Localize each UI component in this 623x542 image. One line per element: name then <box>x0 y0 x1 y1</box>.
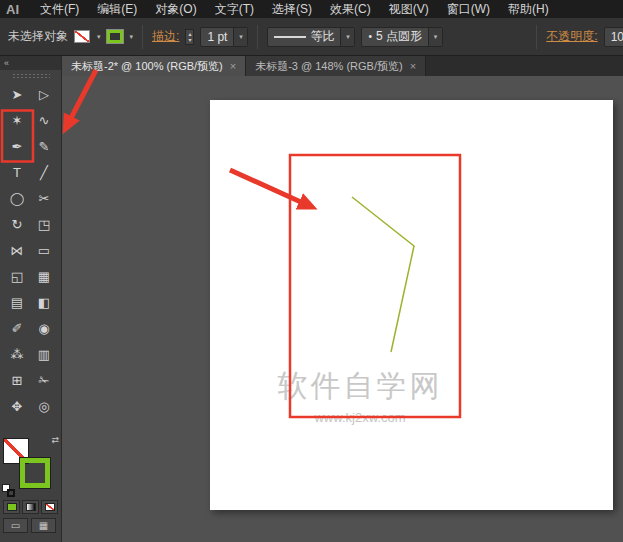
fill-color-swatch[interactable] <box>74 30 90 43</box>
opacity-group: 不透明度: 10 <box>533 25 623 49</box>
perspective-grid-tool[interactable]: ▦ <box>31 263 58 289</box>
menu-list: 文件(F)编辑(E)对象(O)文字(T)选择(S)效果(C)视图(V)窗口(W)… <box>31 0 558 18</box>
tab-untitled-3[interactable]: 未标题-3 @ 148% (RGB/预览) × <box>246 56 426 76</box>
shape-builder-tool[interactable]: ◱ <box>4 263 31 289</box>
stroke-profile-preview <box>274 36 306 38</box>
draw-mode-button[interactable]: ▭ <box>3 518 28 533</box>
scale-tool[interactable]: ◳ <box>31 211 58 237</box>
menu-view[interactable]: 视图(V) <box>380 1 438 18</box>
color-mode-row <box>3 500 58 514</box>
stroke-panel-link[interactable]: 描边: <box>152 28 179 45</box>
type-tool[interactable]: T <box>4 159 31 185</box>
color-preview <box>7 503 17 511</box>
panel-grip[interactable] <box>12 73 50 79</box>
artboard-tool[interactable]: ⊞ <box>4 367 31 393</box>
rotate-tool[interactable]: ↻ <box>4 211 31 237</box>
pen-tool[interactable]: ✒ <box>4 133 31 159</box>
tab-untitled-2[interactable]: 未标题-2* @ 100% (RGB/预览) × <box>62 56 246 76</box>
lasso-tool[interactable]: ∿ <box>31 107 58 133</box>
tab-strip: 未标题-2* @ 100% (RGB/预览) × 未标题-3 @ 148% (R… <box>62 56 623 76</box>
scissors-tool[interactable]: ✂ <box>31 185 58 211</box>
none-preview <box>45 503 55 511</box>
control-bar: 未选择对象 ▾ ▾ 描边: ▴ ▾ 1 pt ▾ 等比 ▾ • 5 点圆形 <box>0 18 623 56</box>
column-graph-tool[interactable]: ▥ <box>31 341 58 367</box>
direct-selection-tool[interactable]: ▷ <box>31 81 58 107</box>
stroke-width-value: 1 pt <box>201 30 233 44</box>
menu-object[interactable]: 对象(O) <box>146 1 205 18</box>
chevron-down-icon[interactable]: ▾ <box>340 28 354 46</box>
opacity-panel-link[interactable]: 不透明度: <box>546 28 597 45</box>
gradient-tool[interactable]: ◧ <box>31 289 58 315</box>
panel-collapse-button[interactable]: « <box>0 56 61 70</box>
menu-select[interactable]: 选择(S) <box>263 1 321 18</box>
brush-preview-icon: • <box>368 31 372 42</box>
chevron-down-icon[interactable]: ▾ <box>130 33 134 41</box>
gradient-button[interactable] <box>22 500 39 514</box>
stroke-profile-select[interactable]: 等比 ▾ <box>267 27 355 47</box>
menu-type[interactable]: 文字(T) <box>206 1 263 18</box>
none-button[interactable] <box>41 500 58 514</box>
symbol-sprayer-tool[interactable]: ⁂ <box>4 341 31 367</box>
watermark-title: 软件自学网 <box>250 366 470 407</box>
stroke-width-stepper[interactable]: ▴ ▾ <box>185 29 194 45</box>
brush-definition-value: 5 点圆形 <box>376 28 422 45</box>
chevron-down-icon[interactable]: ▾ <box>233 28 247 46</box>
stroke-swatch-green[interactable] <box>20 458 50 488</box>
menu-edit[interactable]: 编辑(E) <box>88 1 146 18</box>
selection-tool[interactable]: ➤ <box>4 81 31 107</box>
slice-tool[interactable]: ✁ <box>31 367 58 393</box>
default-stroke-mini <box>7 489 15 497</box>
swap-fill-stroke-icon[interactable]: ⇄ <box>51 435 59 445</box>
watermark-url: www.kj2xw.com <box>250 410 470 425</box>
chevron-down-icon[interactable]: ▾ <box>428 28 442 46</box>
step-down-icon[interactable]: ▾ <box>188 37 191 43</box>
stroke-width-select[interactable]: 1 pt ▾ <box>200 27 248 47</box>
canvas-area[interactable]: 软件自学网 www.kj2xw.com <box>62 76 623 542</box>
menu-file[interactable]: 文件(F) <box>31 1 88 18</box>
menu-window[interactable]: 窗口(W) <box>438 1 499 18</box>
selection-status: 未选择对象 <box>8 28 68 45</box>
fill-stroke-widget: ⇄ <box>3 438 57 494</box>
close-icon[interactable]: × <box>230 60 236 72</box>
watermark: 软件自学网 www.kj2xw.com <box>250 366 470 425</box>
menubar: AI 文件(F)编辑(E)对象(O)文字(T)选择(S)效果(C)视图(V)窗口… <box>0 0 623 18</box>
pencil-tool[interactable]: ✎ <box>31 133 58 159</box>
width-tool[interactable]: ⋈ <box>4 237 31 263</box>
close-icon[interactable]: × <box>410 60 416 72</box>
tools-panel: « ➤▷✶∿✒✎T╱◯✂↻◳⋈▭◱▦▤◧✐◉⁂▥⊞✁✥◎ ⇄ ▭ ▦ <box>0 56 62 542</box>
collapse-icon: « <box>4 58 9 68</box>
divider <box>536 25 537 49</box>
screen-mode-button[interactable]: ▦ <box>31 518 56 533</box>
opacity-field[interactable]: 10 <box>604 27 623 47</box>
menu-effect[interactable]: 效果(C) <box>321 1 380 18</box>
opacity-value: 10 <box>605 30 623 44</box>
app-logo: AI <box>0 2 31 17</box>
artboard[interactable]: 软件自学网 www.kj2xw.com <box>210 100 613 510</box>
divider <box>257 25 258 49</box>
stroke-color-swatch[interactable] <box>107 30 123 43</box>
tool-grid: ➤▷✶∿✒✎T╱◯✂↻◳⋈▭◱▦▤◧✐◉⁂▥⊞✁✥◎ <box>0 81 61 419</box>
chevron-down-icon[interactable]: ▾ <box>97 33 101 41</box>
free-transform-tool[interactable]: ▭ <box>31 237 58 263</box>
tab-title: 未标题-2* @ 100% (RGB/预览) <box>71 59 223 74</box>
panel-bottom-row: ▭ ▦ <box>3 518 56 533</box>
default-fill-stroke-icon[interactable] <box>2 484 15 497</box>
stroke-profile-value: 等比 <box>310 28 334 45</box>
zoom-tool[interactable]: ◎ <box>31 393 58 419</box>
brush-definition-select[interactable]: • 5 点圆形 ▾ <box>361 27 443 47</box>
line-segment-tool[interactable]: ╱ <box>31 159 58 185</box>
screen-mode-icon: ▦ <box>39 520 48 531</box>
gradient-preview <box>26 503 36 511</box>
ellipse-tool[interactable]: ◯ <box>4 185 31 211</box>
draw-mode-icon: ▭ <box>11 520 20 531</box>
magic-wand-tool[interactable]: ✶ <box>4 107 31 133</box>
tab-title: 未标题-3 @ 148% (RGB/预览) <box>255 59 402 74</box>
menu-help[interactable]: 帮助(H) <box>499 1 558 18</box>
mesh-tool[interactable]: ▤ <box>4 289 31 315</box>
eyedropper-tool[interactable]: ✐ <box>4 315 31 341</box>
hand-tool[interactable]: ✥ <box>4 393 31 419</box>
blend-tool[interactable]: ◉ <box>31 315 58 341</box>
divider <box>142 25 143 49</box>
color-button[interactable] <box>3 500 20 514</box>
illustrator-window: AI 文件(F)编辑(E)对象(O)文字(T)选择(S)效果(C)视图(V)窗口… <box>0 0 623 542</box>
